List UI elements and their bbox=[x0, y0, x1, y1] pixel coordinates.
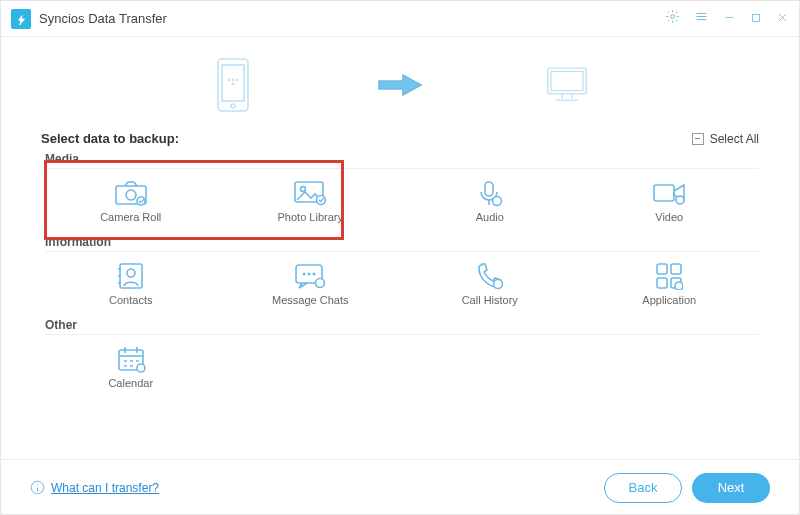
item-call-history[interactable]: Call History bbox=[400, 254, 580, 312]
device-stage bbox=[1, 37, 799, 127]
app-title: Syncios Data Transfer bbox=[39, 11, 167, 26]
svg-point-18 bbox=[492, 197, 501, 206]
svg-point-35 bbox=[137, 364, 145, 372]
minimize-button[interactable] bbox=[723, 10, 736, 28]
svg-point-20 bbox=[676, 196, 684, 204]
source-phone-icon bbox=[209, 55, 257, 115]
contacts-icon bbox=[113, 262, 149, 290]
item-label: Application bbox=[642, 294, 696, 306]
svg-rect-10 bbox=[551, 71, 583, 90]
message-icon bbox=[292, 262, 328, 290]
help-link[interactable]: What can I transfer? bbox=[30, 480, 159, 495]
group-info-label: Information bbox=[45, 235, 759, 252]
item-label: Call History bbox=[462, 294, 518, 306]
camera-icon bbox=[113, 179, 149, 207]
item-label: Message Chats bbox=[272, 294, 348, 306]
svg-rect-30 bbox=[671, 264, 681, 274]
footer: What can I transfer? Back Next bbox=[0, 459, 800, 515]
content-area: Select data to backup: − Select All Medi… bbox=[1, 127, 799, 395]
svg-point-12 bbox=[126, 190, 136, 200]
audio-icon bbox=[472, 179, 508, 207]
item-label: Camera Roll bbox=[100, 211, 161, 223]
svg-point-16 bbox=[317, 196, 326, 205]
item-label: Video bbox=[655, 211, 683, 223]
item-calendar[interactable]: Calendar bbox=[41, 337, 221, 395]
maximize-button[interactable] bbox=[750, 10, 762, 28]
apps-icon bbox=[651, 262, 687, 290]
back-button[interactable]: Back bbox=[604, 473, 682, 503]
next-button[interactable]: Next bbox=[692, 473, 770, 503]
target-pc-icon bbox=[543, 55, 591, 115]
section-title: Select data to backup: bbox=[41, 131, 179, 146]
item-audio[interactable]: Audio bbox=[400, 171, 580, 229]
select-all-toggle[interactable]: − Select All bbox=[692, 132, 759, 146]
group-media-grid: Camera Roll Photo Library Audio Video bbox=[41, 171, 759, 229]
menu-icon[interactable] bbox=[694, 9, 709, 28]
svg-point-13 bbox=[137, 197, 145, 205]
arrow-right-icon bbox=[377, 73, 423, 97]
item-contacts[interactable]: Contacts bbox=[41, 254, 221, 312]
app-logo bbox=[11, 9, 31, 29]
group-other-label: Other bbox=[45, 318, 759, 335]
video-icon bbox=[651, 179, 687, 207]
item-photo-library[interactable]: Photo Library bbox=[221, 171, 401, 229]
item-label: Contacts bbox=[109, 294, 152, 306]
photo-icon bbox=[292, 179, 328, 207]
svg-rect-1 bbox=[753, 14, 760, 21]
svg-point-4 bbox=[231, 104, 235, 108]
svg-rect-21 bbox=[120, 264, 142, 288]
svg-point-8 bbox=[232, 83, 235, 86]
group-media-label: Media bbox=[45, 152, 759, 169]
gear-icon[interactable] bbox=[665, 9, 680, 28]
svg-point-26 bbox=[313, 273, 316, 276]
svg-point-0 bbox=[671, 15, 675, 19]
item-label: Calendar bbox=[108, 377, 153, 389]
phone-icon bbox=[472, 262, 508, 290]
item-message-chats[interactable]: Message Chats bbox=[221, 254, 401, 312]
svg-point-22 bbox=[127, 269, 135, 277]
svg-point-28 bbox=[493, 280, 502, 289]
svg-point-33 bbox=[675, 282, 683, 290]
item-application[interactable]: Application bbox=[580, 254, 760, 312]
svg-point-24 bbox=[303, 273, 306, 276]
svg-rect-19 bbox=[654, 185, 674, 201]
svg-rect-17 bbox=[485, 182, 493, 196]
item-label: Audio bbox=[476, 211, 504, 223]
group-info-grid: Contacts Message Chats Call History Appl… bbox=[41, 254, 759, 312]
item-label: Photo Library bbox=[278, 211, 343, 223]
svg-point-6 bbox=[232, 79, 235, 82]
item-camera-roll[interactable]: Camera Roll bbox=[41, 171, 221, 229]
select-all-label: Select All bbox=[710, 132, 759, 146]
titlebar: Syncios Data Transfer bbox=[1, 1, 799, 37]
svg-point-25 bbox=[308, 273, 311, 276]
help-link-text[interactable]: What can I transfer? bbox=[51, 481, 159, 495]
svg-point-27 bbox=[316, 279, 325, 288]
svg-point-7 bbox=[236, 79, 239, 82]
select-all-checkbox-icon: − bbox=[692, 133, 704, 145]
svg-point-15 bbox=[301, 187, 306, 192]
svg-rect-9 bbox=[548, 68, 586, 94]
group-other-grid: Calendar bbox=[41, 337, 759, 395]
close-button[interactable] bbox=[776, 10, 789, 28]
svg-rect-29 bbox=[657, 264, 667, 274]
svg-rect-31 bbox=[657, 278, 667, 288]
calendar-icon bbox=[113, 345, 149, 373]
item-video[interactable]: Video bbox=[580, 171, 760, 229]
svg-point-5 bbox=[228, 79, 231, 82]
